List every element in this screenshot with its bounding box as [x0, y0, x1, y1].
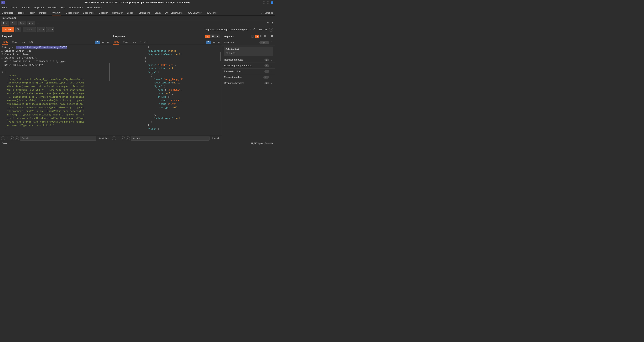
inspector-section-request-cookies[interactable]: Request cookies2⌄ [222, 68, 275, 74]
request-editor[interactable]: 9Origin: http://challenge01.root-me.org:… [0, 45, 111, 135]
search-next-button[interactable]: → [126, 136, 130, 140]
tab-collaborator[interactable]: Collaborator [66, 10, 78, 15]
menu-param-miner[interactable]: Param Miner [69, 6, 83, 9]
tab-inql-timer[interactable]: InQL Timer [206, 10, 218, 15]
newline-icon[interactable]: \n [212, 41, 216, 44]
menu-project[interactable]: Project [11, 6, 18, 9]
search-prev-button[interactable]: ← [10, 136, 14, 140]
repeater-tab-1[interactable]: 1× [1, 21, 9, 26]
inspector-view-2[interactable]: ▮ [255, 35, 259, 38]
response-tab-raw[interactable]: Raw [123, 40, 128, 44]
minimize-button[interactable] [263, 1, 265, 4]
inspector-close-icon[interactable]: ✕ [271, 35, 273, 38]
close-tab-icon[interactable]: × [23, 22, 24, 24]
repeater-tab-4[interactable]: 4× [27, 21, 35, 26]
tab-intruder[interactable]: Intruder [39, 10, 47, 15]
settings-button[interactable] [16, 27, 21, 32]
search-settings-icon[interactable] [6, 137, 9, 140]
inspector-section-response-headers[interactable]: Response headers6⌄ [222, 80, 275, 86]
edit-target-icon[interactable] [252, 28, 255, 31]
tab-comparer[interactable]: Comparer [112, 10, 122, 15]
response-tab-pretty[interactable]: Pretty [113, 40, 119, 44]
request-tab-hex[interactable]: Hex [21, 40, 25, 44]
inspector-section-request-headers[interactable]: Request headers11⌄ [222, 74, 275, 80]
tab-learn[interactable]: Learn [154, 10, 160, 15]
tab-inql-scanner[interactable]: InQL Scanner [187, 10, 202, 15]
target-label: Target: http://challenge01.root-me.org:5… [204, 28, 251, 31]
inspector-expand-icon[interactable] [260, 35, 262, 38]
help-icon[interactable]: ? [112, 136, 116, 140]
close-button[interactable] [271, 1, 273, 4]
layout-rows-button[interactable]: ☰ [210, 35, 215, 38]
inspector-title: Inspector [224, 35, 234, 38]
request-tab-raw[interactable]: Raw [12, 40, 17, 44]
layout-combined-button[interactable]: ◼ [215, 35, 220, 38]
inspector-selection-row[interactable]: Selection 7 (0x7) ⌃ [222, 40, 275, 46]
tab-jwt-editor-keys[interactable]: JWT Editor Keys [165, 10, 182, 15]
menu-window[interactable]: Window [48, 6, 56, 9]
inspector-section-request-attributes[interactable]: Request attributes2⌄ [222, 57, 275, 63]
send-button[interactable]: Send [2, 27, 14, 32]
repeater-tab-3[interactable]: 3× [18, 21, 26, 26]
chevron-down-icon[interactable]: ⌄ [270, 70, 272, 73]
request-actions-icon[interactable] [95, 40, 100, 44]
history-back-button[interactable]: < [37, 27, 42, 32]
menu-burp[interactable]: Burp [2, 6, 7, 9]
tab-sequencer[interactable]: Sequencer [83, 10, 94, 15]
response-tab-hex[interactable]: Hex [132, 40, 136, 44]
more-icon[interactable]: ⋮ [271, 22, 274, 24]
tab-inql-attacker[interactable]: InQL Attacker [2, 16, 16, 20]
response-search-input[interactable] [131, 136, 210, 140]
inspector-view-1[interactable]: ▯ [250, 35, 254, 38]
request-tab-inql[interactable]: InQL [29, 40, 34, 44]
inspector-section-request-query-parameters[interactable]: Request query parameters0⌄ [222, 63, 275, 68]
close-tab-icon[interactable]: × [6, 22, 7, 24]
chevron-up-icon[interactable]: ⌃ [270, 41, 272, 44]
search-icon[interactable] [267, 22, 270, 25]
history-forward-button[interactable]: > [46, 27, 51, 32]
tab-target[interactable]: Target [18, 10, 24, 15]
window-title: Burp Suite Professional v2023.1.3 - Temp… [84, 1, 190, 4]
cancel-button: Cancel [23, 27, 36, 32]
layout-columns-button[interactable]: ▯▯ [205, 35, 210, 38]
request-tab-pretty[interactable]: Pretty [2, 40, 8, 44]
menu-turbo-intruder[interactable]: Turbo Intruder [87, 6, 102, 9]
response-viewer[interactable]: }, "isDeprecated":false, "deprecationRea… [111, 45, 222, 135]
tab-decoder[interactable]: Decoder [99, 10, 108, 15]
repeater-tab-2[interactable]: 2× [10, 21, 18, 26]
request-search-input[interactable] [20, 136, 96, 140]
chevron-down-icon[interactable]: ⌄ [270, 82, 272, 84]
chevron-down-icon[interactable]: ⌄ [270, 58, 272, 61]
search-prev-button[interactable]: ← [121, 136, 125, 140]
help-icon[interactable]: ? [1, 136, 5, 140]
protocol-help-icon[interactable]: ? [269, 28, 273, 32]
tab-logger[interactable]: Logger [127, 10, 134, 15]
history-forward-dropdown[interactable]: ▾ [51, 27, 54, 32]
chevron-down-icon[interactable]: ⌄ [270, 64, 272, 67]
maximize-button[interactable] [267, 1, 269, 4]
settings-button[interactable]: Settings [261, 12, 273, 14]
add-tab-button[interactable]: + [36, 21, 40, 26]
tab-extensions[interactable]: Extensions [138, 10, 150, 15]
search-next-button[interactable]: → [15, 136, 19, 140]
response-actions-icon[interactable] [206, 40, 211, 44]
chevron-down-icon[interactable]: ⌄ [270, 76, 272, 78]
hamburger-icon[interactable] [106, 40, 109, 44]
scrollbar[interactable] [109, 63, 110, 81]
tab-repeater[interactable]: Repeater [52, 10, 61, 16]
tab-dashboard[interactable]: Dashboard [2, 10, 14, 15]
close-tab-icon[interactable]: × [32, 22, 33, 24]
tab-proxy[interactable]: Proxy [29, 10, 35, 15]
menu-intruder[interactable]: Intruder [22, 6, 30, 9]
search-settings-icon[interactable] [117, 137, 120, 140]
menu-help[interactable]: Help [60, 6, 65, 9]
history-back-dropdown[interactable]: ▾ [42, 27, 45, 32]
menu-repeater[interactable]: Repeater [34, 6, 44, 9]
hamburger-icon[interactable] [217, 40, 220, 44]
repeater-toolbar: Send Cancel < ▾ > ▾ Target: http://chall… [0, 26, 275, 33]
newline-icon[interactable]: \n [102, 41, 104, 44]
inspector-settings-icon[interactable] [267, 35, 270, 38]
inspector-collapse-icon[interactable] [264, 35, 266, 38]
scrollbar[interactable] [220, 52, 221, 61]
close-tab-icon[interactable]: × [14, 22, 16, 24]
